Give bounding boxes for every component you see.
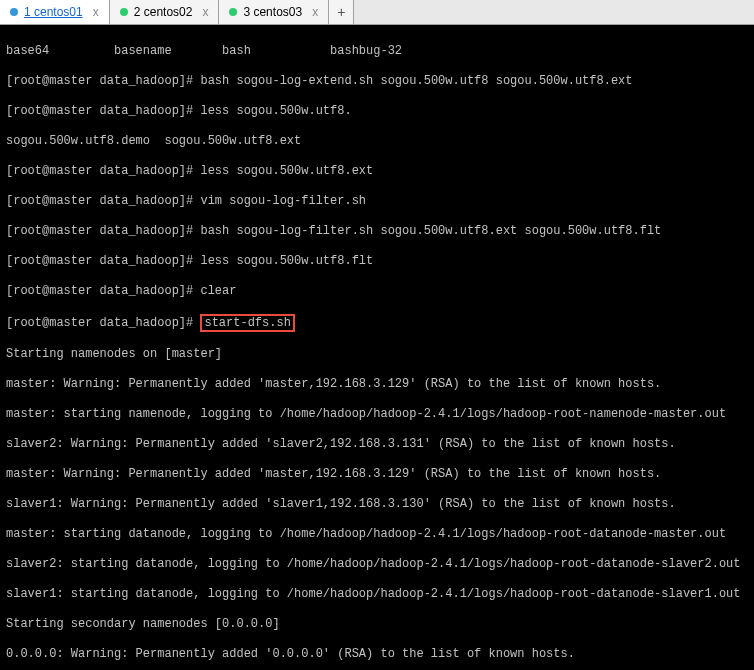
shell-prompt: [root@master data_hadoop]# bbox=[6, 74, 200, 88]
tab-bar: 1 centos01 x 2 centos02 x 3 centos03 x + bbox=[0, 0, 754, 25]
terminal-line: master: Warning: Permanently added 'mast… bbox=[6, 377, 748, 392]
terminal-line: slaver1: starting datanode, logging to /… bbox=[6, 587, 748, 602]
shell-prompt: [root@master data_hadoop]# bbox=[6, 254, 200, 268]
terminal-line: Starting secondary namenodes [0.0.0.0] bbox=[6, 617, 748, 632]
shell-prompt: [root@master data_hadoop]# bbox=[6, 316, 200, 330]
terminal-output[interactable]: base64 basename bash bashbug-32 [root@ma… bbox=[0, 25, 754, 670]
terminal-line: sogou.500w.utf8.demo sogou.500w.utf8.ext bbox=[6, 134, 748, 149]
command-text: bash sogou-log-extend.sh sogou.500w.utf8… bbox=[200, 74, 632, 88]
terminal-line: Starting namenodes on [master] bbox=[6, 347, 748, 362]
terminal-line: slaver2: starting datanode, logging to /… bbox=[6, 557, 748, 572]
command-text: clear bbox=[200, 284, 236, 298]
close-icon[interactable]: x bbox=[312, 5, 318, 20]
status-dot-icon bbox=[120, 8, 128, 16]
terminal-line: master: Warning: Permanently added 'mast… bbox=[6, 467, 748, 482]
terminal-line: base64 basename bash bashbug-32 bbox=[6, 44, 748, 59]
plus-icon: + bbox=[337, 5, 345, 20]
command-text: vim sogou-log-filter.sh bbox=[200, 194, 366, 208]
terminal-line: master: starting namenode, logging to /h… bbox=[6, 407, 748, 422]
command-text: less sogou.500w.utf8.ext bbox=[200, 164, 373, 178]
tab-label: 2 centos02 bbox=[134, 5, 193, 20]
shell-prompt: [root@master data_hadoop]# bbox=[6, 164, 200, 178]
shell-prompt: [root@master data_hadoop]# bbox=[6, 224, 200, 238]
shell-prompt: [root@master data_hadoop]# bbox=[6, 194, 200, 208]
terminal-line: slaver1: Warning: Permanently added 'sla… bbox=[6, 497, 748, 512]
new-tab-button[interactable]: + bbox=[329, 0, 354, 24]
tab-label: 1 centos01 bbox=[24, 5, 83, 20]
command-text: bash sogou-log-filter.sh sogou.500w.utf8… bbox=[200, 224, 661, 238]
tab-centos03[interactable]: 3 centos03 x bbox=[219, 0, 329, 24]
shell-prompt: [root@master data_hadoop]# bbox=[6, 104, 200, 118]
shell-prompt: [root@master data_hadoop]# bbox=[6, 284, 200, 298]
tab-centos01[interactable]: 1 centos01 x bbox=[0, 0, 110, 24]
tab-centos02[interactable]: 2 centos02 x bbox=[110, 0, 220, 24]
status-dot-icon bbox=[229, 8, 237, 16]
terminal-line: master: starting datanode, logging to /h… bbox=[6, 527, 748, 542]
highlighted-command: start-dfs.sh bbox=[200, 314, 294, 332]
status-dot-icon bbox=[10, 8, 18, 16]
close-icon[interactable]: x bbox=[93, 5, 99, 20]
terminal-line: slaver2: Warning: Permanently added 'sla… bbox=[6, 437, 748, 452]
tab-label: 3 centos03 bbox=[243, 5, 302, 20]
command-text: less sogou.500w.utf8. bbox=[200, 104, 351, 118]
close-icon[interactable]: x bbox=[202, 5, 208, 20]
terminal-line: 0.0.0.0: Warning: Permanently added '0.0… bbox=[6, 647, 748, 662]
command-text: less sogou.500w.utf8.flt bbox=[200, 254, 373, 268]
